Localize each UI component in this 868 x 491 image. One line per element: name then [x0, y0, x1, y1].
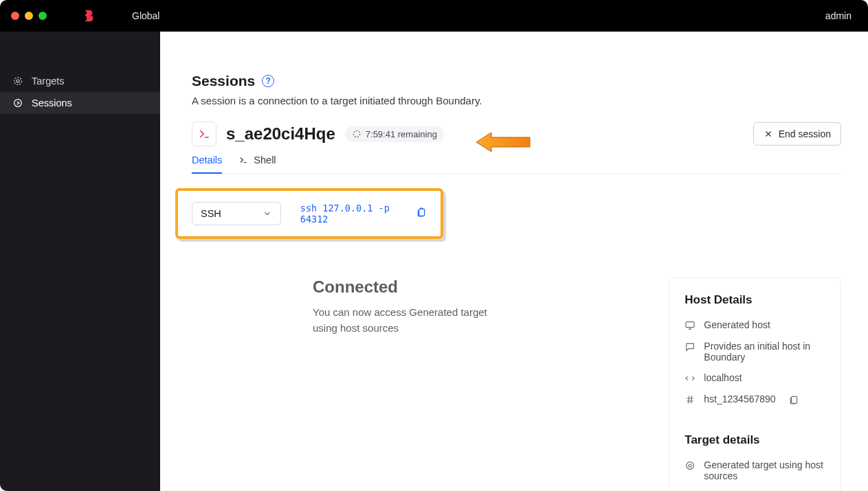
main-content: Sessions ? A session is a connection to …: [160, 32, 868, 491]
connected-status: Connected You can now access Generated t…: [313, 277, 641, 491]
scope-label: Global: [132, 10, 159, 21]
help-icon[interactable]: ?: [262, 75, 274, 87]
remaining-text: 7:59:41 remaining: [366, 129, 437, 139]
terminal-icon: [197, 127, 211, 141]
session-type-icon: [192, 122, 216, 146]
connection-command-panel: SSH ssh 127.0.0.1 -p 64312: [175, 188, 443, 239]
tab-shell[interactable]: Shell: [238, 155, 276, 174]
host-desc-row: Provides an initial host in Boundary: [685, 341, 825, 363]
titlebar: Global admin: [0, 0, 868, 32]
user-menu[interactable]: admin: [820, 10, 857, 21]
sidebar: Targets Sessions: [0, 32, 160, 491]
copy-host-id-button[interactable]: [788, 393, 799, 407]
tab-label: Shell: [254, 155, 276, 165]
chevron-down-icon: [263, 209, 272, 218]
target-name-row: Generated target using host sources: [685, 459, 825, 481]
page-subtitle: A session is a connection to a target in…: [192, 95, 841, 106]
connected-text: You can now access Generated target usin…: [313, 305, 505, 336]
session-icon: [12, 98, 23, 109]
svg-rect-9: [686, 322, 694, 328]
details-panel: Host Details Generated host Provides an …: [669, 277, 841, 491]
target-details-heading: Target details: [685, 433, 825, 447]
host-name-row: Generated host: [685, 319, 825, 331]
monitor-icon: [685, 320, 695, 331]
svg-point-6: [353, 130, 359, 137]
end-session-label: End session: [779, 128, 831, 139]
host-id-row: hst_1234567890: [685, 393, 825, 407]
end-session-button[interactable]: End session: [753, 122, 841, 146]
target-name: Generated target using host sources: [704, 459, 825, 481]
target-icon: [685, 460, 695, 471]
clipboard-icon: [416, 207, 427, 218]
svg-point-4: [16, 80, 19, 82]
host-address: localhost: [704, 372, 742, 383]
hash-icon: [685, 394, 695, 405]
host-address-row: localhost: [685, 372, 825, 384]
host-details-heading: Host Details: [685, 293, 825, 307]
scope-switcher[interactable]: Global: [126, 10, 165, 21]
clock-icon: [352, 129, 361, 139]
sidebar-item-sessions[interactable]: Sessions: [0, 92, 160, 114]
network-icon: [685, 373, 695, 384]
window-controls: [11, 12, 47, 20]
session-id: s_ae20ci4Hqe: [226, 124, 335, 144]
page-title: Sessions: [192, 73, 255, 89]
message-icon: [685, 341, 695, 352]
svg-point-11: [687, 462, 694, 470]
sidebar-label: Targets: [32, 76, 65, 87]
tab-bar: Details Shell: [192, 155, 841, 174]
sidebar-item-targets[interactable]: Targets: [0, 70, 160, 92]
tab-details[interactable]: Details: [192, 155, 222, 174]
protocol-select[interactable]: SSH: [192, 202, 281, 225]
close-window-icon[interactable]: [11, 12, 19, 20]
svg-rect-10: [791, 396, 797, 403]
maximize-window-icon[interactable]: [38, 12, 47, 20]
tab-label: Details: [192, 155, 222, 165]
app-logo: [81, 8, 96, 23]
sidebar-label: Sessions: [32, 98, 72, 109]
target-icon: [12, 76, 23, 87]
svg-point-12: [689, 464, 691, 467]
protocol-value: SSH: [201, 208, 221, 219]
host-id: hst_1234567890: [704, 393, 775, 404]
close-icon: [764, 129, 773, 139]
session-remaining-badge: 7:59:41 remaining: [345, 126, 444, 142]
host-name: Generated host: [704, 319, 770, 330]
connection-command: ssh 127.0.0.1 -p 64312: [300, 203, 397, 225]
host-desc: Provides an initial host in Boundary: [704, 341, 825, 363]
copy-command-button[interactable]: [416, 207, 427, 220]
svg-rect-8: [419, 209, 425, 216]
svg-point-3: [14, 78, 22, 85]
user-label: admin: [825, 10, 852, 21]
svg-point-5: [14, 100, 22, 107]
clipboard-icon: [788, 394, 799, 405]
minimize-window-icon[interactable]: [25, 12, 33, 20]
connected-title: Connected: [313, 277, 641, 297]
terminal-icon: [238, 155, 248, 165]
